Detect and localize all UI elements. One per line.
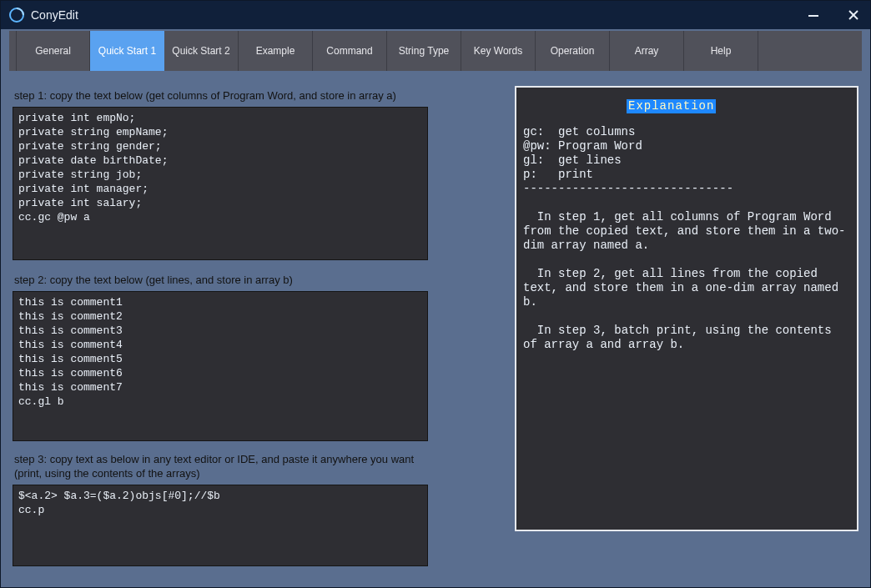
tab-general[interactable]: General bbox=[16, 31, 90, 71]
tab-command[interactable]: Command bbox=[313, 31, 387, 71]
explanation-panel: Explanation gc: get columns @pw: Program… bbox=[515, 86, 858, 531]
titlebar: ConyEdit bbox=[1, 1, 870, 29]
tab-key-words[interactable]: Key Words bbox=[461, 31, 536, 71]
step-3-label: step 3: copy text as below in any text e… bbox=[14, 453, 428, 481]
step-2-label: step 2: copy the text below (get lines, … bbox=[14, 274, 428, 288]
tab-help[interactable]: Help bbox=[684, 31, 758, 71]
close-button[interactable] bbox=[843, 5, 863, 25]
tab-bar: General Quick Start 1 Quick Start 2 Exam… bbox=[9, 31, 862, 71]
app-logo-icon bbox=[9, 8, 24, 23]
tab-example[interactable]: Example bbox=[239, 31, 313, 71]
step-2-code[interactable]: this is comment1 this is comment2 this i… bbox=[13, 291, 428, 441]
explanation-column: Explanation gc: get columns @pw: Program… bbox=[515, 86, 858, 531]
content-area: step 1: copy the text below (get columns… bbox=[1, 71, 870, 587]
tab-quick-start-2[interactable]: Quick Start 2 bbox=[164, 31, 239, 71]
step-1-label: step 1: copy the text below (get columns… bbox=[14, 89, 428, 103]
minimize-button[interactable] bbox=[803, 5, 823, 25]
explanation-title: Explanation bbox=[627, 99, 716, 113]
step-1-code[interactable]: private int empNo; private string empNam… bbox=[13, 107, 428, 260]
tab-array[interactable]: Array bbox=[610, 31, 684, 71]
tab-operation[interactable]: Operation bbox=[536, 31, 610, 71]
app-title: ConyEdit bbox=[31, 8, 78, 22]
tab-string-type[interactable]: String Type bbox=[387, 31, 461, 71]
tab-quick-start-1[interactable]: Quick Start 1 bbox=[90, 31, 164, 71]
explanation-body: gc: get columns @pw: Program Word gl: ge… bbox=[523, 125, 850, 352]
app-window: ConyEdit General Quick Start 1 Quick Sta… bbox=[0, 0, 871, 588]
step-3-code[interactable]: $<a.2> $a.3=($a.2)objs[#0];//$b cc.p bbox=[13, 485, 428, 566]
svg-rect-1 bbox=[808, 15, 818, 17]
steps-column: step 1: copy the text below (get columns… bbox=[13, 86, 428, 566]
